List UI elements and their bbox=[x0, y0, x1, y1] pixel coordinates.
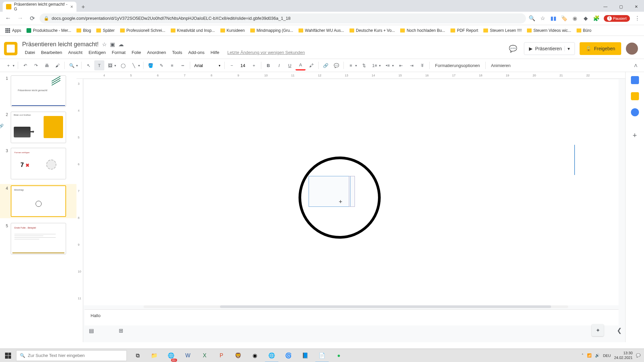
url-field[interactable]: 🔒 docs.google.com/presentation/d/1yV372S… bbox=[40, 13, 526, 23]
highlight-button[interactable]: 🖍 bbox=[306, 60, 316, 70]
horizontal-scrollbar[interactable] bbox=[144, 305, 568, 308]
italic-button[interactable]: I bbox=[274, 60, 284, 70]
extension-icon-3[interactable]: ◉ bbox=[572, 15, 578, 22]
print-button[interactable]: 🖶 bbox=[42, 60, 52, 70]
profile-button[interactable]: T Pausiert bbox=[604, 15, 630, 22]
menu-einfuegen[interactable]: Einfügen bbox=[86, 49, 108, 56]
extension-icon-2[interactable]: 🏷️ bbox=[561, 15, 568, 22]
star-icon[interactable]: ☆ bbox=[539, 15, 546, 22]
tasks-icon[interactable] bbox=[631, 108, 639, 116]
minimize-icon[interactable]: — bbox=[598, 2, 613, 12]
zoom-dropdown[interactable]: ▾ bbox=[76, 64, 78, 67]
star-document-icon[interactable]: ☆ bbox=[102, 41, 107, 48]
language-indicator[interactable]: DEU bbox=[603, 354, 611, 358]
comments-button[interactable]: 💬 bbox=[507, 43, 519, 55]
image-tool[interactable]: 🖼 bbox=[105, 60, 115, 70]
line-dropdown[interactable]: ▾ bbox=[138, 64, 140, 67]
text-color-button[interactable]: A bbox=[296, 60, 306, 70]
clear-formatting-button[interactable]: T̶ bbox=[417, 60, 427, 70]
bookmark-item[interactable]: Kreativität und Insp... bbox=[169, 27, 217, 34]
line-tool[interactable]: ╲ bbox=[129, 60, 139, 70]
menu-datei[interactable]: Datei bbox=[22, 49, 38, 56]
border-weight-button[interactable]: ≡ bbox=[167, 60, 177, 70]
zoom-button[interactable]: 🔍 bbox=[67, 60, 77, 70]
increase-indent-button[interactable]: ⇥ bbox=[407, 60, 417, 70]
bookmark-item[interactable]: Produktsuche - Mer... bbox=[24, 27, 73, 34]
calendar-icon[interactable] bbox=[631, 76, 639, 84]
speaker-notes[interactable]: Hallo bbox=[85, 309, 619, 325]
keep-icon[interactable] bbox=[631, 92, 639, 100]
add-addon-icon[interactable]: + bbox=[633, 131, 637, 140]
cloud-status-icon[interactable]: ☁ bbox=[118, 41, 124, 48]
extensions-menu-icon[interactable]: 🧩 bbox=[593, 15, 600, 22]
filmstrip-view-button[interactable]: ▤ bbox=[87, 326, 96, 335]
menu-hilfe[interactable]: Hilfe bbox=[208, 49, 222, 56]
slide-thumbnail-4[interactable]: Mindmap bbox=[11, 185, 66, 217]
bookmark-item[interactable]: Wahlfächer WU Aus... bbox=[297, 27, 346, 34]
menu-tools[interactable]: Tools bbox=[169, 49, 185, 56]
browser-tab[interactable]: Präsentieren leicht gemacht! - G × bbox=[3, 2, 76, 12]
undo-button[interactable]: ↶ bbox=[20, 60, 30, 70]
maximize-icon[interactable]: ▢ bbox=[613, 2, 629, 12]
chrome-icon[interactable]: 🌐 bbox=[264, 349, 280, 362]
animate-button[interactable]: Animieren bbox=[488, 63, 514, 68]
new-tab-button[interactable]: + bbox=[78, 2, 88, 12]
slide-thumbnail-2[interactable]: Bilder und Grafiken ➡ bbox=[11, 112, 66, 143]
increase-font-button[interactable]: + bbox=[249, 60, 259, 70]
document-title[interactable]: Präsentieren leicht gemacht! bbox=[22, 41, 99, 48]
image-dropdown[interactable]: ▾ bbox=[114, 64, 116, 67]
file-explorer-icon[interactable]: 📁 bbox=[146, 349, 162, 362]
start-button[interactable] bbox=[0, 349, 16, 362]
new-slide-dropdown[interactable]: ▾ bbox=[13, 64, 14, 67]
new-slide-button[interactable]: + bbox=[3, 60, 13, 70]
share-button[interactable]: 🔒 Freigeben bbox=[580, 42, 621, 55]
vertical-ruler[interactable]: 34567891011 bbox=[76, 79, 83, 342]
edge-icon[interactable]: 🌀 bbox=[280, 349, 297, 362]
align-button[interactable]: ≡ bbox=[346, 60, 356, 70]
bookmark-item[interactable]: Noch hochladen Bu... bbox=[398, 27, 447, 34]
menu-folie[interactable]: Folie bbox=[129, 49, 144, 56]
border-dash-button[interactable]: ┅ bbox=[178, 60, 188, 70]
bookmark-item[interactable]: Büro bbox=[575, 27, 593, 34]
word-icon[interactable]: W bbox=[180, 349, 196, 362]
menu-format[interactable]: Format bbox=[109, 49, 128, 56]
insert-link-button[interactable]: 🔗 bbox=[321, 60, 331, 70]
paint-format-button[interactable]: 🖌 bbox=[52, 60, 62, 70]
side-panel-toggle[interactable]: ❮ bbox=[617, 327, 622, 334]
bookmark-item[interactable]: Steuern Lesen !!!! bbox=[481, 27, 524, 34]
format-options-button[interactable]: Formatierungsoptionen bbox=[432, 63, 483, 68]
fill-color-button[interactable]: 🪣 bbox=[146, 60, 156, 70]
forward-button[interactable]: → bbox=[15, 14, 25, 23]
bookmark-item[interactable]: Mindmapping (Gru... bbox=[248, 27, 295, 34]
border-color-button[interactable]: ✎ bbox=[156, 60, 166, 70]
underline-button[interactable]: U bbox=[285, 60, 295, 70]
taskbar-search[interactable]: 🔍 Zur Suche Text hier eingeben bbox=[16, 350, 127, 361]
reload-button[interactable]: ⟳ bbox=[28, 14, 37, 23]
select-tool[interactable]: ↖ bbox=[84, 60, 94, 70]
shape-tool[interactable]: ◯ bbox=[118, 60, 128, 70]
notepad-icon[interactable]: 📄 bbox=[314, 349, 330, 362]
collapse-toolbar-icon[interactable]: ᐱ bbox=[631, 60, 641, 70]
volume-icon[interactable]: 🔊 bbox=[595, 353, 600, 358]
spotify-icon[interactable]: ● bbox=[331, 349, 347, 362]
decrease-font-button[interactable]: − bbox=[227, 60, 237, 70]
bookmark-item[interactable]: Blog bbox=[74, 27, 93, 34]
slides-logo[interactable] bbox=[4, 42, 17, 55]
menu-anordnen[interactable]: Anordnen bbox=[145, 49, 169, 56]
explore-button[interactable]: ✦ bbox=[592, 324, 604, 336]
close-tab-icon[interactable]: × bbox=[70, 4, 73, 9]
font-selector[interactable]: Arial▾ bbox=[192, 61, 222, 70]
present-button[interactable]: ▶ Präsentieren ▾ bbox=[524, 42, 575, 55]
font-size-input[interactable]: 14 bbox=[238, 63, 248, 68]
present-dropdown-icon[interactable]: ▾ bbox=[565, 46, 570, 51]
powerpoint-icon[interactable]: P bbox=[213, 349, 229, 362]
wifi-icon[interactable]: 📶 bbox=[587, 353, 592, 358]
move-document-icon[interactable]: ▣ bbox=[110, 41, 115, 48]
bookmark-item[interactable]: Professionell Schrei... bbox=[118, 27, 167, 34]
line-spacing-button[interactable]: ⇅ bbox=[359, 60, 369, 70]
numbered-list-button[interactable]: 1≡ bbox=[370, 60, 380, 70]
menu-addons[interactable]: Add-ons bbox=[185, 49, 207, 56]
decrease-indent-button[interactable]: ⇤ bbox=[396, 60, 406, 70]
bookmark-item[interactable]: PDF Report bbox=[448, 27, 480, 34]
excel-icon[interactable]: X bbox=[197, 349, 213, 362]
